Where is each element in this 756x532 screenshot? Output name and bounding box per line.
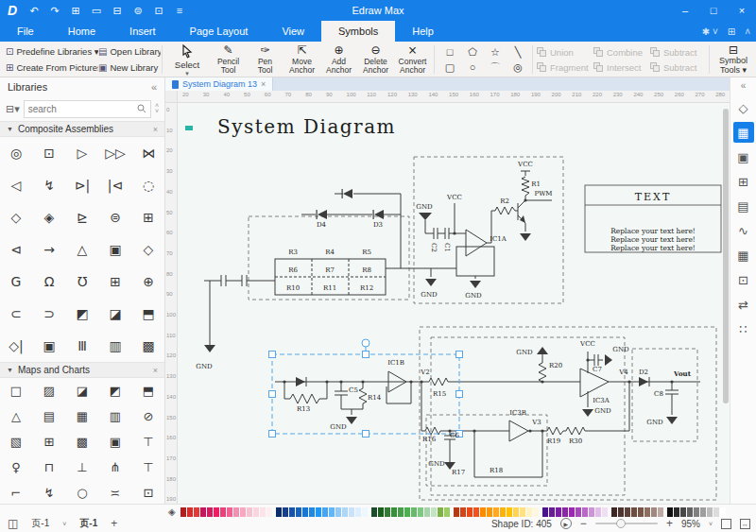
color-swatch[interactable] <box>302 507 308 517</box>
color-swatch[interactable] <box>720 507 726 517</box>
color-swatch[interactable] <box>707 507 713 517</box>
minimize-button[interactable]: – <box>671 0 699 21</box>
color-swatch[interactable] <box>542 507 548 517</box>
menu-right-icon-1[interactable]: ⊞ <box>728 26 735 37</box>
library-menu-icon[interactable]: ⊟▾ <box>6 103 20 115</box>
zoom-slider[interactable] <box>595 523 658 524</box>
library-symbol-16[interactable]: → <box>33 233 66 266</box>
menu-tab-file[interactable]: File <box>0 21 51 42</box>
symbols-grid-icon[interactable]: ▦ <box>733 122 754 143</box>
library-symbol-25[interactable]: ⊂ <box>0 298 33 330</box>
color-swatch[interactable] <box>220 507 226 517</box>
color-swatch[interactable] <box>602 507 608 517</box>
color-swatch[interactable] <box>289 507 295 517</box>
shape-button-2[interactable]: ☆ <box>484 44 507 60</box>
color-swatch[interactable] <box>240 507 246 517</box>
map-symbol-19[interactable]: ⊤ <box>132 455 165 480</box>
color-swatch[interactable] <box>513 507 519 517</box>
map-symbol-6[interactable]: ▤ <box>33 403 66 429</box>
color-swatch[interactable] <box>362 507 368 517</box>
library-symbol-0[interactable]: ◎ <box>0 137 33 169</box>
shape-button-0[interactable]: □ <box>438 44 461 60</box>
map-symbol-9[interactable]: ⊘ <box>132 403 165 429</box>
map-symbol-7[interactable]: ▦ <box>66 403 99 429</box>
library-symbol-29[interactable]: ⬒ <box>132 298 165 330</box>
map-symbol-18[interactable]: ⋔ <box>99 455 132 480</box>
color-swatch[interactable] <box>349 507 354 517</box>
map-symbol-5[interactable]: △ <box>0 403 33 429</box>
color-swatch[interactable] <box>569 507 575 517</box>
color-swatch[interactable] <box>378 507 384 517</box>
color-swatch[interactable] <box>187 507 193 517</box>
color-swatch[interactable] <box>227 507 232 517</box>
library-button-open[interactable]: ▤Open Library <box>98 43 161 60</box>
quick-access-icon-0[interactable]: ↶ <box>25 2 43 19</box>
color-swatch[interactable] <box>398 507 404 517</box>
color-swatch[interactable] <box>276 507 282 517</box>
library-symbol-32[interactable]: Ⅲ <box>66 330 99 362</box>
library-symbol-14[interactable]: ⊞ <box>132 201 165 233</box>
quick-access-icon-5[interactable]: ⊜ <box>129 2 147 19</box>
color-swatch[interactable] <box>207 507 213 517</box>
tool-pen-tool[interactable]: ✑PenTool <box>247 43 284 75</box>
spinner-arrows-icon[interactable]: ˄˅ <box>155 103 159 114</box>
color-swatch[interactable] <box>595 507 601 517</box>
library-symbol-8[interactable]: |⊲ <box>99 169 132 201</box>
color-swatch[interactable] <box>549 507 555 517</box>
map-symbol-22[interactable]: ○ <box>66 480 99 504</box>
color-swatch[interactable] <box>444 507 450 517</box>
map-symbol-17[interactable]: ⊥ <box>66 455 99 480</box>
color-swatch[interactable] <box>247 507 252 517</box>
color-swatch[interactable] <box>589 507 594 517</box>
color-swatch[interactable] <box>687 507 693 517</box>
menu-tab-help[interactable]: Help <box>395 21 451 42</box>
tool-add-anchor[interactable]: ⊕AddAnchor <box>320 43 357 75</box>
tool-delete-anchor[interactable]: ⊖DeleteAnchor <box>357 43 394 75</box>
shape-button-7[interactable]: ◎ <box>507 60 529 75</box>
color-swatch[interactable] <box>431 507 437 517</box>
rail-collapse-icon[interactable]: « <box>741 80 747 94</box>
sidebar-collapse-icon[interactable]: « <box>151 81 157 93</box>
color-swatch[interactable] <box>266 507 272 517</box>
color-swatch[interactable] <box>391 507 397 517</box>
color-swatch[interactable] <box>658 507 663 517</box>
menu-tab-symbols[interactable]: Symbols <box>321 21 395 42</box>
color-swatch[interactable] <box>329 507 335 517</box>
library-symbol-23[interactable]: ⊞ <box>99 266 132 298</box>
color-swatch[interactable] <box>342 507 348 517</box>
map-symbol-20[interactable]: ⌐ <box>0 480 33 504</box>
library-symbol-34[interactable]: ▩ <box>132 330 165 362</box>
shape-button-5[interactable]: ○ <box>461 60 484 75</box>
color-swatch[interactable] <box>404 507 410 517</box>
color-swatch[interactable] <box>618 507 624 517</box>
library-symbol-3[interactable]: ▷▷ <box>99 137 132 169</box>
color-swatch[interactable] <box>371 507 377 517</box>
quick-access-icon-6[interactable]: ⊡ <box>149 2 168 19</box>
rotate-handle[interactable] <box>362 339 369 347</box>
color-swatch[interactable] <box>411 507 417 517</box>
quick-access-icon-1[interactable]: ↷ <box>45 2 64 19</box>
quick-access-icon-4[interactable]: ⊟ <box>108 2 127 19</box>
library-symbol-33[interactable]: ▥ <box>99 330 132 362</box>
play-icon[interactable]: ▶ <box>560 518 572 529</box>
color-swatch[interactable] <box>651 507 657 517</box>
text-box-shape[interactable]: TEXT Replace your text here!Replace your… <box>585 185 721 252</box>
quick-access-icon-2[interactable]: ⊞ <box>66 2 85 19</box>
table-icon[interactable]: ▦ <box>733 245 754 266</box>
connector-icon[interactable]: ⇄ <box>733 294 754 315</box>
color-swatch[interactable] <box>631 507 637 517</box>
color-swatch[interactable] <box>487 507 492 517</box>
library-symbol-15[interactable]: ⊲ <box>0 233 33 266</box>
map-symbol-11[interactable]: ⊞ <box>33 429 66 455</box>
library-symbol-30[interactable]: ◇| <box>0 330 33 362</box>
color-swatch[interactable] <box>260 507 266 517</box>
library-symbol-27[interactable]: ◩ <box>66 298 99 330</box>
page-list-icon[interactable]: ◫ <box>8 517 18 530</box>
map-symbol-3[interactable]: ◩ <box>99 378 132 403</box>
color-swatch[interactable] <box>713 507 719 517</box>
color-swatch[interactable] <box>283 507 288 517</box>
library-symbol-11[interactable]: ◈ <box>33 201 66 233</box>
library-symbol-7[interactable]: ⊳| <box>66 169 99 201</box>
library-symbol-1[interactable]: ⊡ <box>33 137 66 169</box>
color-swatch[interactable] <box>480 507 486 517</box>
